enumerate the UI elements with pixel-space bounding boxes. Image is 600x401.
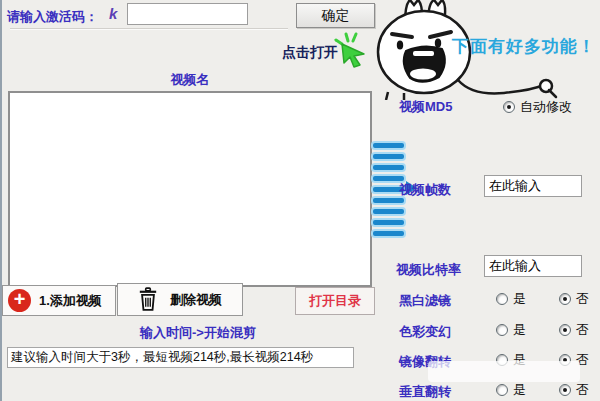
color-shift-yes-option[interactable]: 是 [496,321,526,339]
bw-filter-no-option[interactable]: 否 [559,290,589,308]
md5-auto-label: 自动修改 [520,98,572,116]
delete-video-label: 删除视频 [170,291,222,309]
md5-auto-radio[interactable] [503,101,515,113]
color-shift-no-radio[interactable] [559,324,571,336]
video-bitrate-label: 视频比特率 [396,261,461,279]
video-list[interactable] [8,91,372,287]
duration-hint-box: 建议输入时间大于3秒，最短视频214秒,最长视频214秒 [7,347,354,368]
add-video-button[interactable]: + 1.添加视频 [2,285,116,316]
yes-label: 是 [513,381,526,399]
plus-circle-icon: + [8,289,31,312]
activation-code-label: 请输入激活码： [7,8,98,26]
click-open-label[interactable]: 点击打开 [282,44,338,62]
activation-glyph: k [109,5,117,22]
add-video-label: 1.添加视频 [39,292,102,310]
color-shift-label: 色彩变幻 [399,323,451,341]
click-cursor-icon [333,32,369,68]
confirm-button[interactable]: 确定 [296,3,375,28]
video-bitrate-input[interactable] [484,255,582,277]
bw-filter-yes-radio[interactable] [496,293,508,305]
color-shift-no-option[interactable]: 否 [559,321,589,339]
vertical-flip-label: 垂直翻转 [399,383,451,401]
video-frames-label: 视频帧数 [399,181,451,199]
bw-filter-no-radio[interactable] [559,293,571,305]
window-left-border [0,0,2,401]
start-mix-label[interactable]: 输入时间->开始混剪 [108,324,288,342]
color-shift-yes-radio[interactable] [496,324,508,336]
video-list-header: 视频名 [8,71,372,89]
delete-video-button[interactable]: 删除视频 [117,283,243,316]
yes-label: 是 [513,321,526,339]
banner-text: 下面有好多功能！ [452,35,596,58]
no-label: 否 [576,321,589,339]
bw-filter-label: 黑白滤镜 [399,292,451,310]
erased-watermark-overlay [428,361,580,382]
groupbox-divider [10,28,288,30]
vertical-flip-no-radio[interactable] [559,384,571,396]
no-label: 否 [576,381,589,399]
open-directory-button[interactable]: 打开目录 [295,287,375,315]
yes-label: 是 [513,290,526,308]
video-frames-input[interactable] [484,175,582,197]
activation-code-input[interactable] [127,3,248,25]
video-md5-label: 视频MD5 [399,98,452,116]
no-label: 否 [576,290,589,308]
trash-icon [138,287,158,312]
md5-auto-option[interactable]: 自动修改 [503,98,572,116]
vertical-flip-yes-option[interactable]: 是 [496,381,526,399]
vertical-flip-yes-radio[interactable] [496,384,508,396]
bw-filter-yes-option[interactable]: 是 [496,290,526,308]
vertical-flip-no-option[interactable]: 否 [559,381,589,399]
